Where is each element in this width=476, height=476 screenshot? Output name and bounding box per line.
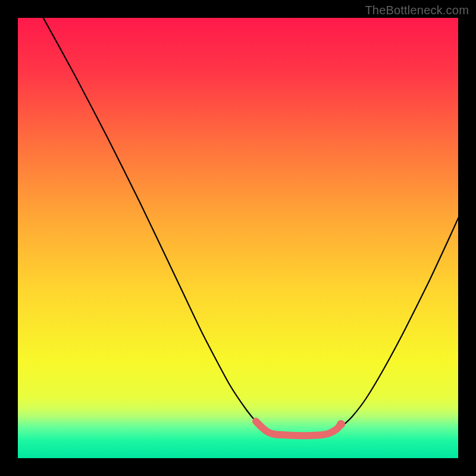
watermark-text: TheBottleneck.com xyxy=(365,4,469,17)
curve-layer xyxy=(18,18,458,458)
main-curve xyxy=(42,18,458,434)
trough-end-dot xyxy=(337,420,345,428)
trough-highlight xyxy=(256,421,341,436)
chart-stage: TheBottleneck.com xyxy=(0,0,476,476)
plot-area xyxy=(18,18,458,458)
